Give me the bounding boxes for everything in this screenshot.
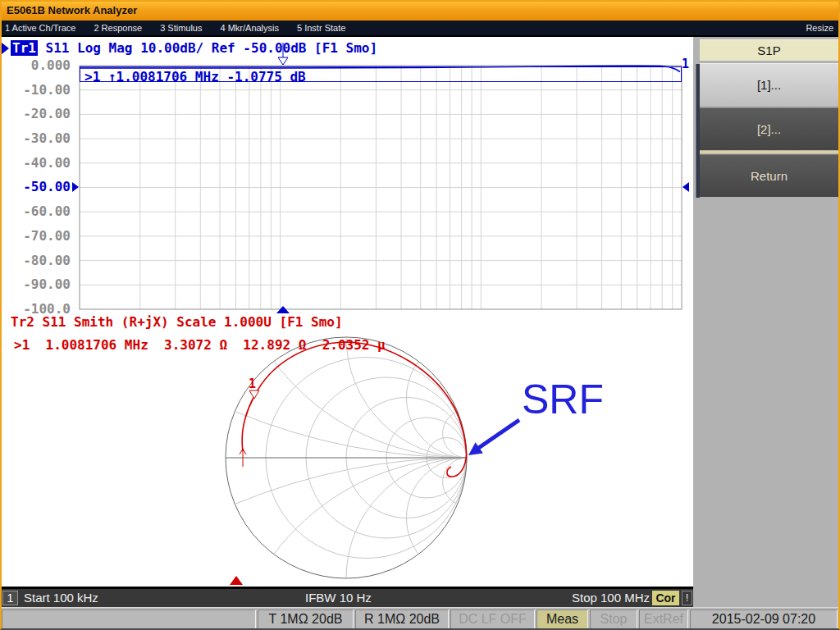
y-label--90dB: -90.00 [0,278,71,291]
tr1-gridlines [80,66,682,309]
ifbw-value: IFBW 10 Hz [305,591,372,605]
y-label-0dB: 0.000 [0,59,71,72]
instrument-status-bar: T 1MΩ 20dB R 1MΩ 20dB DC LF OFF Meas Sto… [0,607,840,630]
tr1-label: Tr1 [11,40,38,56]
y-label-ref--50dB: -50.00 [0,180,71,194]
srf-arrow-line [477,420,519,449]
stop-frequency: Stop 100 MHz [572,591,650,605]
y-label--40dB: -40.00 [0,157,71,170]
marker1-triangle [278,57,288,65]
softkey-return[interactable]: Return [700,154,838,197]
t-port-setting: T 1MΩ 20dB [258,609,354,629]
tr2-stimulus-arrow [230,576,243,585]
marker2-readout: >1 1.0081706 MHz 3.3072 Ω 12.892 Ω 2.035… [14,337,386,353]
menu-instr-state[interactable]: 5 Instr State [297,23,345,33]
softkey-divider [700,151,838,153]
active-trace-arrow-icon [2,43,9,54]
r-port-setting: R 1MΩ 20dB [355,609,449,629]
softkey-2[interactable]: [2]... [700,107,838,150]
extref-status: ExtRef [639,609,688,629]
tr1-header-text: S11 Log Mag 10.00dB/ Ref -50.00dB [F1 Sm… [38,40,377,56]
dc-bias-status: DC LF OFF [450,609,535,629]
window-title: E5061B Network Analyzer [7,4,137,16]
y-label--60dB: -60.00 [0,205,71,218]
y-label--80dB: -80.00 [0,254,71,267]
y-label--20dB: -20.00 [0,107,71,121]
measurement-status: Meas [536,609,588,629]
softkey-1[interactable]: [1]... [700,63,838,106]
status-message-panel [2,609,256,629]
datetime-display: 2015-02-09 07:20 [690,609,838,629]
marker2-triangle [249,390,259,399]
menu-response[interactable]: 2 Response [94,23,142,33]
softkey-menu-title: S1P [700,39,838,61]
channel-status-bar: 1 Start 100 kHz IFBW 10 Hz Stop 100 MHz … [0,589,693,607]
ref-level-arrow-right [682,182,689,192]
ref-level-arrow-left [72,182,79,192]
resize-button[interactable]: Resize [806,21,833,35]
smith-reactance-arcs [0,37,693,587]
marker1-readout: >1 ↑1.0081706 MHz -1.0775 dB [84,69,306,84]
y-label--70dB: -70.00 [0,230,71,243]
window-title-bar[interactable]: E5061B Network Analyzer [0,0,840,21]
marker2-number: 1 [249,377,256,391]
menu-bar: 1 Active Ch/Trace 2 Response 3 Stimulus … [0,21,840,37]
warning-badge: ! [682,591,692,605]
menu-mkr-analysis[interactable]: 4 Mkr/Analysis [220,23,279,33]
softkey-sidebar: S1P [1]... [2]... Return [693,37,840,607]
start-frequency: Start 100 kHz [24,591,98,605]
plot-canvas [0,37,693,587]
channel-number-badge: 1 [2,591,18,605]
tr1-trace-number: 1 [682,57,689,71]
menu-active-ch-trace[interactable]: 1 Active Ch/Trace [5,23,75,33]
sweep-status: Stop [590,609,637,629]
y-label--30dB: -30.00 [0,132,71,145]
correction-badge: Cor [652,591,679,605]
tr1-header[interactable]: Tr1 S11 Log Mag 10.00dB/ Ref -50.00dB [F… [2,41,377,55]
srf-annotation: SRF [522,376,604,423]
tr2-header[interactable]: Tr2 S11 Smith (R+jX) Scale 1.000U [F1 Sm… [11,314,343,330]
y-label--10dB: -10.00 [0,84,71,97]
menu-stimulus[interactable]: 3 Stimulus [160,23,202,33]
